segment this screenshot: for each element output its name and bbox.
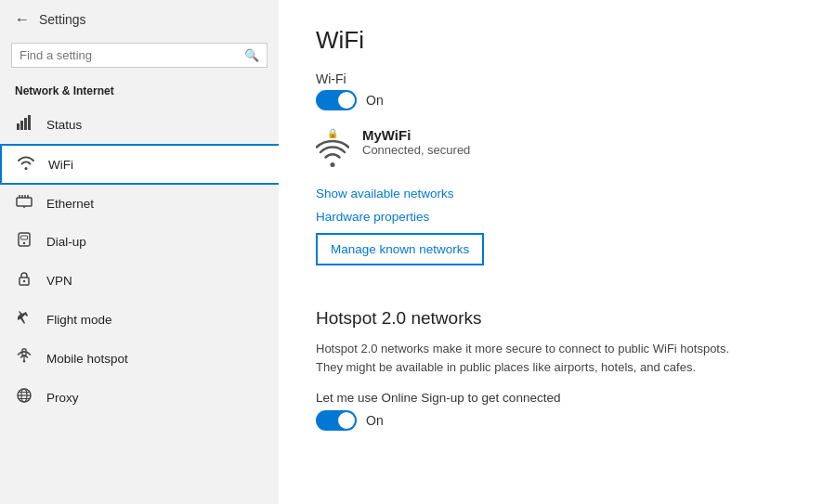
wifi-toggle-wrapper: On [316,90,799,110]
svg-rect-3 [28,115,31,130]
sidebar-item-proxy-label: Proxy [46,391,79,405]
show-networks-link[interactable]: Show available networks [316,187,454,200]
back-button[interactable]: ← [15,11,30,28]
svg-rect-4 [17,198,32,206]
proxy-icon [15,387,33,407]
sidebar-item-dialup[interactable]: Dial-up [0,222,279,261]
svg-point-11 [23,242,25,244]
search-box[interactable]: 🔍 [11,43,268,68]
wifi-on-label: On [366,93,384,108]
dialup-icon [15,231,33,252]
sidebar-item-dialup-label: Dial-up [46,235,86,249]
network-block: 🔒 MyWiFi Connected, secured [316,127,799,172]
sidebar-item-ethernet-label: Ethernet [46,197,94,211]
network-name: MyWiFi [362,127,470,143]
online-signup-label: Let me use Online Sign-up to get connect… [316,391,799,405]
sidebar-nav: Status WiFi [0,105,279,504]
sidebar-item-status-label: Status [46,118,82,132]
online-signup-toggle-wrapper: On [316,410,799,431]
sidebar-title: Settings [39,12,86,27]
status-icon [15,114,33,135]
wifi-setting-label: Wi-Fi [316,71,799,86]
svg-rect-2 [24,118,27,130]
hardware-properties-link[interactable]: Hardware properties [316,210,429,224]
search-icon: 🔍 [244,48,259,62]
svg-rect-0 [17,123,20,130]
sidebar-item-flightmode-label: Flight mode [46,313,112,327]
online-signup-toggle[interactable] [316,410,357,431]
sidebar-item-proxy[interactable]: Proxy [0,378,279,417]
sidebar-item-wifi-label: WiFi [48,158,73,172]
sidebar-item-mobilehotspot-label: Mobile hotspot [46,352,128,366]
ethernet-icon [15,194,33,213]
svg-rect-1 [20,121,23,130]
sidebar-item-status[interactable]: Status [0,105,279,144]
svg-rect-12 [21,236,28,239]
lock-icon: 🔒 [327,129,338,138]
svg-point-14 [23,280,25,282]
wifi-nav-icon [17,155,35,174]
flightmode-icon [15,309,33,330]
sidebar-item-vpn-label: VPN [46,274,72,288]
hotspot-description: Hotspot 2.0 networks make it more secure… [316,340,734,376]
sidebar-section-label: Network & Internet [0,79,279,105]
vpn-icon [15,270,33,291]
search-input[interactable] [20,48,239,62]
page-title: WiFi [316,26,799,55]
manage-known-networks-button[interactable]: Manage known networks [316,233,484,265]
wifi-icon-block: 🔒 [316,127,349,172]
sidebar-item-ethernet[interactable]: Ethernet [0,185,279,222]
sidebar-header: ← Settings [0,0,279,39]
mobilehotspot-icon [15,348,33,368]
sidebar-item-flightmode[interactable]: Flight mode [0,300,279,339]
network-status: Connected, secured [362,143,470,157]
main-content: WiFi Wi-Fi On 🔒 MyWiFi Connected, secure… [279,0,836,504]
network-info: MyWiFi Connected, secured [362,127,470,157]
hotspot-section-title: Hotspot 2.0 networks [316,308,799,329]
sidebar-item-wifi[interactable]: WiFi [0,144,279,185]
wifi-signal-icon [316,138,349,172]
sidebar-item-mobilehotspot[interactable]: Mobile hotspot [0,339,279,378]
wifi-toggle[interactable] [316,90,357,110]
online-signup-on-label: On [366,413,384,428]
sidebar: ← Settings 🔍 Network & Internet Status [0,0,279,504]
sidebar-item-vpn[interactable]: VPN [0,261,279,300]
